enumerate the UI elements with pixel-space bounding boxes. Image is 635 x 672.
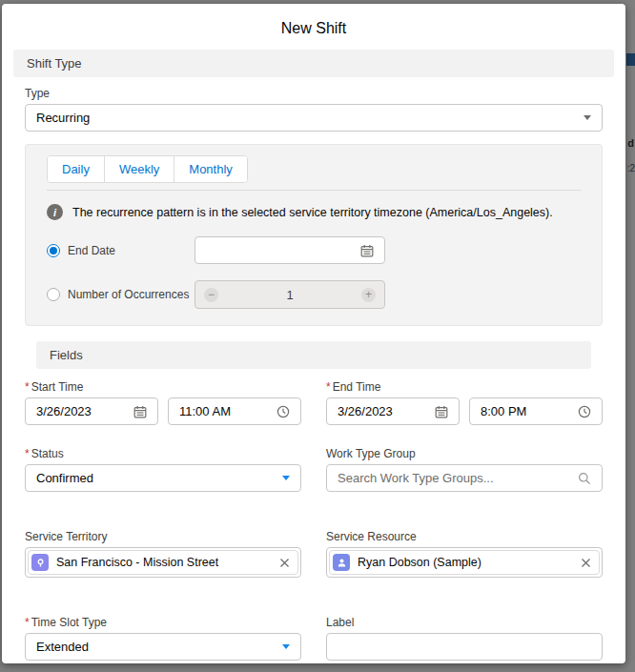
increment-icon[interactable]: + xyxy=(361,288,376,302)
tab-monthly[interactable]: Monthly xyxy=(174,156,247,182)
occurrences-label: Number of Occurrences xyxy=(68,288,195,301)
time-slot-type-field: *Time Slot Type Extended xyxy=(25,606,301,661)
label-field: Label xyxy=(326,606,603,661)
end-date-field-input[interactable] xyxy=(338,404,435,418)
work-type-group-search-input[interactable] xyxy=(338,471,578,485)
end-date-input[interactable] xyxy=(206,243,360,257)
service-territory-value: San Francisco - Mission Street xyxy=(56,556,218,569)
occurrences-value: 1 xyxy=(286,288,293,302)
label-input[interactable] xyxy=(338,640,591,654)
occurrences-stepper: − 1 + xyxy=(195,280,385,309)
modal-body: Type Recurring Daily Weekly Monthly i Th… xyxy=(2,77,625,672)
start-date-input[interactable] xyxy=(36,404,133,418)
start-time-label: Start Time xyxy=(31,380,84,394)
section-header-fields: Fields xyxy=(36,341,591,369)
status-field: *Status Confirmed xyxy=(25,438,301,492)
service-resource-pill[interactable]: Ryan Dobson (Sample) xyxy=(329,550,600,575)
end-time-field: *End Time xyxy=(326,371,603,425)
service-territory-icon xyxy=(31,554,49,571)
work-type-group-field: Work Type Group xyxy=(326,438,603,492)
end-date-control xyxy=(195,236,385,264)
required-asterisk: * xyxy=(326,380,331,394)
timezone-info-row: i The recurrence pattern is in the selec… xyxy=(47,204,581,220)
status-label: Status xyxy=(31,447,64,460)
recurrence-tab-group: Daily Weekly Monthly xyxy=(47,155,248,183)
time-slot-type-select[interactable]: Extended xyxy=(25,633,301,661)
background-fragment-text: :2 xyxy=(627,163,635,173)
calendar-icon[interactable] xyxy=(360,244,374,257)
service-resource-field: Service Resource Ryan Dobson (Sample) xyxy=(326,520,603,578)
type-select-value: Recurring xyxy=(36,111,90,125)
modal-header: New Shift xyxy=(2,4,625,50)
required-asterisk: * xyxy=(25,380,30,394)
end-time-label: End Time xyxy=(333,380,381,394)
end-date-field-wrap xyxy=(326,397,460,425)
clock-icon[interactable] xyxy=(578,405,591,418)
service-territory-field: Service Territory San Francisco - Missio… xyxy=(25,520,301,578)
time-slot-type-value: Extended xyxy=(36,640,89,654)
work-type-group-label: Work Type Group xyxy=(326,447,603,460)
chevron-down-icon xyxy=(282,476,290,480)
info-icon: i xyxy=(47,204,63,220)
start-time-input-wrap xyxy=(168,397,301,425)
end-time-input-wrap xyxy=(469,397,603,425)
decrement-icon[interactable]: − xyxy=(204,288,218,302)
chevron-down-icon xyxy=(282,644,290,649)
section-header-shift-type: Shift Type xyxy=(13,50,614,77)
status-select[interactable]: Confirmed xyxy=(25,464,301,492)
label-field-label: Label xyxy=(326,616,603,629)
start-date-input-wrap xyxy=(25,397,158,425)
close-icon[interactable] xyxy=(581,558,591,568)
new-shift-modal: New Shift Shift Type Type Recurring Dail… xyxy=(2,4,625,663)
service-resource-label: Service Resource xyxy=(326,530,603,543)
work-type-group-input-wrap xyxy=(326,464,603,492)
tab-daily[interactable]: Daily xyxy=(48,156,104,182)
required-asterisk: * xyxy=(25,616,30,629)
status-select-value: Confirmed xyxy=(36,471,93,485)
start-time-field: *Start Time xyxy=(25,371,301,425)
modal-title: New Shift xyxy=(281,20,346,36)
service-territory-label: Service Territory xyxy=(25,530,301,543)
background-fragment-block xyxy=(626,53,635,66)
start-time-input[interactable] xyxy=(179,404,277,418)
service-resource-input: Ryan Dobson (Sample) xyxy=(326,547,603,578)
calendar-icon[interactable] xyxy=(133,405,147,418)
end-date-label: End Date xyxy=(68,244,195,257)
end-date-radio[interactable] xyxy=(47,244,60,257)
time-slot-type-label: Time Slot Type xyxy=(31,616,107,629)
label-input-wrap xyxy=(326,633,603,661)
recurrence-panel: Daily Weekly Monthly i The recurrence pa… xyxy=(25,144,603,326)
required-asterisk: * xyxy=(25,447,30,460)
end-date-input-wrap xyxy=(195,236,385,264)
close-icon[interactable] xyxy=(279,558,290,568)
clock-icon[interactable] xyxy=(277,405,290,418)
type-select[interactable]: Recurring xyxy=(25,104,603,132)
type-label: Type xyxy=(25,87,603,100)
search-icon xyxy=(578,472,591,485)
tab-divider xyxy=(47,190,581,191)
background-fragment-text: d xyxy=(627,137,634,149)
service-resource-icon xyxy=(333,554,350,571)
end-time-input[interactable] xyxy=(481,404,578,418)
calendar-icon[interactable] xyxy=(435,405,448,418)
chevron-down-icon xyxy=(584,115,591,120)
timezone-info-text: The recurrence pattern is in the selecte… xyxy=(72,206,553,219)
occurrences-row: Number of Occurrences − 1 + xyxy=(47,280,581,309)
fields-grid: *Start Time xyxy=(25,371,603,672)
service-territory-input: San Francisco - Mission Street xyxy=(25,547,301,578)
service-territory-pill[interactable]: San Francisco - Mission Street xyxy=(28,550,298,575)
occurrences-radio[interactable] xyxy=(47,288,60,301)
service-resource-value: Ryan Dobson (Sample) xyxy=(358,556,481,569)
tab-weekly[interactable]: Weekly xyxy=(104,156,174,182)
end-date-row: End Date xyxy=(47,236,581,264)
